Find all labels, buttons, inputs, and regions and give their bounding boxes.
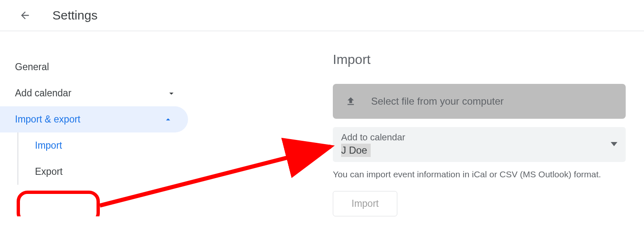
chevron-up-icon bbox=[163, 115, 173, 125]
calendar-select-value: J Doe bbox=[341, 144, 371, 157]
calendar-select-content: Add to calendar J Doe bbox=[341, 132, 405, 157]
import-button[interactable]: Import bbox=[333, 191, 397, 216]
sidebar-subitem-label: Import bbox=[35, 140, 62, 151]
page-title: Settings bbox=[52, 8, 97, 22]
arrow-left-icon bbox=[19, 10, 31, 21]
upload-icon bbox=[345, 96, 356, 107]
sidebar-item-label: Import & export bbox=[15, 114, 80, 125]
section-title: Import bbox=[333, 52, 627, 67]
sidebar-item-label: General bbox=[15, 61, 49, 73]
sidebar-item-import-export[interactable]: Import & export bbox=[0, 106, 188, 132]
sidebar-item-general[interactable]: General bbox=[0, 54, 191, 80]
calendar-select-label: Add to calendar bbox=[341, 132, 405, 143]
sidebar-subitem-import[interactable]: Import bbox=[18, 132, 191, 159]
helper-text: You can import event information in iCal… bbox=[333, 169, 627, 179]
subitems-container: Import Export bbox=[17, 132, 191, 185]
sidebar-item-add-calendar[interactable]: Add calendar bbox=[0, 80, 191, 106]
import-button-label: Import bbox=[352, 198, 379, 209]
sidebar: General Add calendar Import & export Imp… bbox=[0, 31, 191, 216]
select-file-button[interactable]: Select file from your computer bbox=[333, 84, 626, 119]
chevron-down-icon bbox=[166, 88, 176, 98]
sidebar-item-label: Add calendar bbox=[15, 88, 72, 99]
header: Settings bbox=[0, 0, 644, 31]
content: General Add calendar Import & export Imp… bbox=[0, 31, 644, 216]
select-file-label: Select file from your computer bbox=[371, 96, 504, 107]
sidebar-subitem-label: Export bbox=[35, 166, 62, 177]
sidebar-subitem-export[interactable]: Export bbox=[18, 159, 191, 185]
back-button[interactable] bbox=[18, 9, 32, 22]
calendar-select[interactable]: Add to calendar J Doe bbox=[333, 127, 626, 162]
main-content: Import Select file from your computer Ad… bbox=[191, 31, 644, 216]
dropdown-arrow-icon bbox=[611, 140, 617, 148]
